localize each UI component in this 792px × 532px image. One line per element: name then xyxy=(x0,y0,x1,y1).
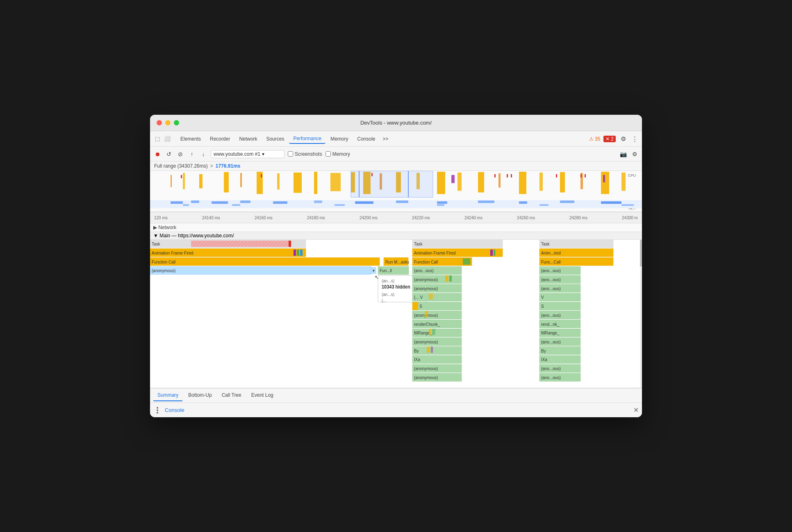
svg-rect-19 xyxy=(457,173,462,191)
console-title[interactable]: Console xyxy=(165,407,184,413)
traffic-lights xyxy=(157,120,179,125)
tab-event-log[interactable]: Event Log xyxy=(247,390,278,401)
svg-text:V: V xyxy=(541,295,544,300)
capture-icon[interactable]: 📷 xyxy=(619,150,627,158)
svg-rect-29 xyxy=(261,174,262,177)
cursor-icon[interactable]: ⬚ xyxy=(153,135,162,143)
svg-text:Task: Task xyxy=(152,242,160,246)
svg-rect-9 xyxy=(277,173,280,190)
svg-rect-59 xyxy=(437,204,444,206)
window-title: DevTools - www.youtube.com/ xyxy=(360,120,432,126)
svg-rect-38 xyxy=(603,175,605,182)
svg-text:(ano...ous): (ano...ous) xyxy=(541,313,561,317)
svg-rect-24 xyxy=(560,172,565,193)
close-button[interactable] xyxy=(157,120,162,125)
svg-rect-159 xyxy=(445,275,448,282)
memory-checkbox[interactable] xyxy=(325,151,331,157)
more-options-icon[interactable]: ⋮ xyxy=(630,135,639,143)
svg-rect-71 xyxy=(539,240,613,248)
svg-text:Run M...asks: Run M...asks xyxy=(385,259,409,264)
svg-rect-58 xyxy=(335,204,345,206)
tick-7: 24260 ms xyxy=(517,216,535,220)
tab-bottom-up[interactable]: Bottom-Up xyxy=(184,390,216,401)
svg-rect-51 xyxy=(437,201,447,204)
svg-text:(ano...ous): (ano...ous) xyxy=(414,268,434,273)
svg-text:(ano...ous): (ano...ous) xyxy=(541,340,561,344)
memory-checkbox-label[interactable]: Memory xyxy=(325,151,350,157)
reload-button[interactable]: ↺ xyxy=(165,150,173,158)
timeline-ruler: 120 ms 24140 ms 24160 ms 24180 ms 24200 … xyxy=(150,212,642,223)
flame-svg: Task Task Task Animation Frame Fired xyxy=(150,240,642,388)
svg-rect-21 xyxy=(498,173,501,188)
clear-button[interactable]: ⊘ xyxy=(176,150,184,158)
tab-recorder[interactable]: Recorder xyxy=(206,134,234,143)
more-tabs-button[interactable]: >> xyxy=(380,134,391,143)
tab-console[interactable]: Console xyxy=(353,134,379,143)
warning-badge: ⚠ 35 xyxy=(589,136,600,142)
svg-rect-161 xyxy=(429,293,433,299)
breadcrumb-selected: 1776.91ms xyxy=(216,163,241,169)
svg-rect-75 xyxy=(294,250,296,256)
svg-rect-120 xyxy=(539,293,580,301)
tab-call-tree[interactable]: Call Tree xyxy=(218,390,246,401)
svg-rect-57 xyxy=(232,204,240,206)
more-options-dots[interactable] xyxy=(153,406,162,414)
svg-rect-56 xyxy=(183,204,189,206)
upload-button[interactable]: ↑ xyxy=(188,150,196,158)
bottom-tab-bar: Summary Bottom-Up Call Tree Event Log xyxy=(150,388,642,402)
svg-rect-84 xyxy=(150,257,380,266)
download-button[interactable]: ↓ xyxy=(199,150,207,158)
settings-icon[interactable]: ⚙ xyxy=(619,135,627,143)
svg-rect-143 xyxy=(412,347,462,355)
svg-rect-55 xyxy=(601,201,621,204)
dot3 xyxy=(157,412,158,414)
svg-rect-94 xyxy=(150,266,371,275)
svg-rect-5 xyxy=(199,174,203,189)
svg-rect-80 xyxy=(490,250,493,256)
svg-text:By: By xyxy=(414,348,419,353)
svg-rect-60 xyxy=(539,204,548,206)
svg-rect-45 xyxy=(212,201,228,204)
tab-network[interactable]: Network xyxy=(235,134,261,143)
svg-rect-34 xyxy=(556,174,557,177)
svg-text:↖: ↖ xyxy=(375,274,379,280)
svg-text:(ano...ous): (ano...ous) xyxy=(541,277,561,282)
settings-icon2[interactable]: ⚙ xyxy=(630,150,639,158)
svg-rect-27 xyxy=(621,173,626,191)
toolbar-right: ⚠ 35 ✕ 2 ⚙ ⋮ xyxy=(589,135,639,143)
svg-rect-169 xyxy=(640,240,642,266)
svg-rect-35 xyxy=(580,174,582,177)
tab-performance[interactable]: Performance xyxy=(289,134,325,144)
svg-text:10343 hidden: 10343 hidden xyxy=(382,284,410,289)
svg-rect-28 xyxy=(181,175,182,178)
url-selector[interactable]: www.youtube.com #1 ▾ xyxy=(211,150,284,158)
flame-header: ▼ Main — https://www.youtube.com/ xyxy=(150,232,642,240)
svg-rect-164 xyxy=(429,329,431,335)
network-toggle[interactable]: ▶ Network xyxy=(150,223,642,232)
svg-text:(anonymous): (anonymous) xyxy=(152,268,175,273)
screenshots-checkbox-label[interactable]: Screenshots xyxy=(288,151,322,157)
svg-rect-166 xyxy=(427,347,430,353)
tab-summary[interactable]: Summary xyxy=(153,390,182,401)
svg-text:(ano...ous): (ano...ous) xyxy=(541,366,561,371)
minimize-button[interactable] xyxy=(165,120,171,125)
tab-elements[interactable]: Elements xyxy=(176,134,205,143)
tab-sources[interactable]: Sources xyxy=(262,134,288,143)
svg-rect-18 xyxy=(437,172,445,194)
svg-rect-50 xyxy=(396,200,408,203)
record-button[interactable]: ⏺ xyxy=(153,150,162,158)
timeline-overview[interactable]: CPU NET xyxy=(150,171,642,212)
screenshots-checkbox[interactable] xyxy=(288,151,293,157)
close-console-button[interactable]: ✕ xyxy=(633,406,639,414)
svg-rect-6 xyxy=(224,172,229,193)
maximize-button[interactable] xyxy=(174,120,179,125)
breadcrumb-full-range[interactable]: Full range (34307.26ms) xyxy=(154,163,208,169)
device-icon[interactable]: ⬜ xyxy=(163,135,171,143)
flame-chart[interactable]: ▼ Main — https://www.youtube.com/ Task T… xyxy=(150,232,642,388)
error-count: 2 xyxy=(611,136,614,142)
svg-text:(anonymous): (anonymous) xyxy=(414,286,438,291)
svg-rect-46 xyxy=(240,200,250,203)
svg-rect-67 xyxy=(191,241,289,247)
tab-memory[interactable]: Memory xyxy=(326,134,352,143)
svg-text:(anonymous): (anonymous) xyxy=(414,340,438,344)
